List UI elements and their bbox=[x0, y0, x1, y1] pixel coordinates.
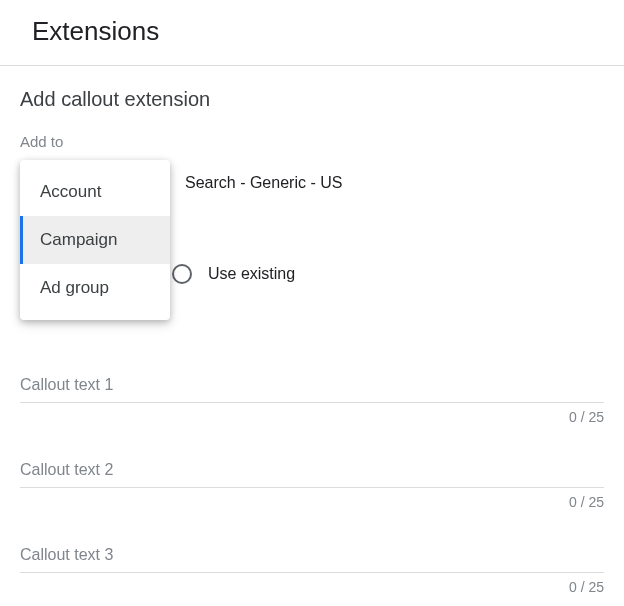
radio-use-existing[interactable] bbox=[172, 264, 192, 284]
mode-radio-row: Use existing bbox=[172, 264, 295, 284]
callout-field-1: 0 / 25 bbox=[20, 370, 604, 425]
char-counter-3: 0 / 25 bbox=[20, 579, 604, 595]
radio-use-existing-label: Use existing bbox=[208, 265, 295, 283]
section-title: Add callout extension bbox=[20, 88, 604, 111]
dropdown-option-campaign[interactable]: Campaign bbox=[20, 216, 170, 264]
add-to-dropdown: Account Campaign Ad group bbox=[20, 160, 170, 320]
page-header: Extensions bbox=[0, 0, 624, 66]
page-title: Extensions bbox=[32, 16, 592, 47]
callout-input-3[interactable] bbox=[20, 540, 604, 573]
dropdown-option-account[interactable]: Account bbox=[20, 168, 170, 216]
char-counter-1: 0 / 25 bbox=[20, 409, 604, 425]
callout-input-2[interactable] bbox=[20, 455, 604, 488]
campaign-value: Search - Generic - US bbox=[185, 174, 342, 192]
add-to-label: Add to bbox=[20, 133, 604, 150]
callout-input-1[interactable] bbox=[20, 370, 604, 403]
content-area: Add callout extension Add to Search - Ge… bbox=[0, 66, 624, 606]
dropdown-option-adgroup[interactable]: Ad group bbox=[20, 264, 170, 312]
callout-field-2: 0 / 25 bbox=[20, 455, 604, 510]
char-counter-2: 0 / 25 bbox=[20, 494, 604, 510]
callout-fields-container: 0 / 25 0 / 25 0 / 25 bbox=[20, 370, 604, 595]
callout-field-3: 0 / 25 bbox=[20, 540, 604, 595]
